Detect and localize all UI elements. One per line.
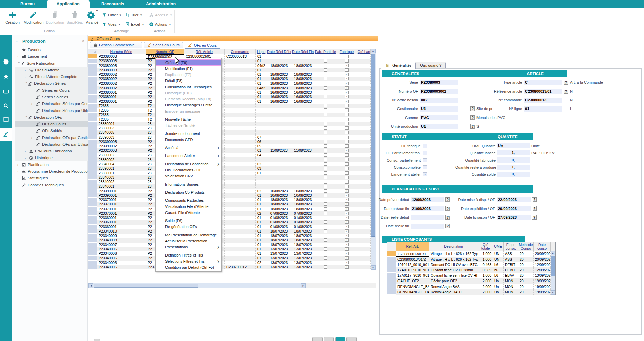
cell-date-reel-debut[interactable] [267,108,291,113]
cell-ligne[interactable]: 04d2 [256,86,267,90]
fab-partielle-checkbox[interactable] [324,256,327,260]
cell-numero-serie[interactable]: 23340001 [97,184,146,189]
cell-etape-conso[interactable]: MON [504,284,518,289]
tree-item[interactable]: ›Statistiques [15,175,88,181]
row-selector[interactable] [88,251,97,256]
cell-commande[interactable] [225,166,256,171]
cell-etape-conso[interactable]: MON [504,278,518,284]
cell-ligne[interactable]: 01 [256,148,267,153]
cell-qte-lancee[interactable] [357,153,371,157]
cell-numero-serie[interactable]: T2335 [97,117,146,122]
row-selector[interactable] [88,108,97,113]
cell-qte-lancee[interactable] [357,207,371,211]
ribbon-button[interactable]: Création [3,9,22,24]
help-button[interactable]: ? [532,197,537,202]
cell-designation[interactable]: Dormant DC HI OV avec BTC [429,262,478,267]
field-value[interactable]: 1, [497,150,530,155]
row-selector[interactable] [88,234,97,238]
cell-qte-lancee[interactable] [357,202,371,206]
column-header-date-reel-debut[interactable]: Date Réel Début [267,49,291,54]
cell-designation[interactable]: Gâche pour OF2 [429,278,478,284]
row-selector[interactable] [88,265,97,269]
field-value[interactable]: 01 [524,106,562,112]
cell-date-reel-fin[interactable] [291,144,315,148]
cell-methode-conso[interactable]: 20 [518,284,534,289]
table-row[interactable]: 23390003 23 07 [88,135,376,140]
cell-date-reel-debut[interactable]: 18/07/2023 [267,229,291,234]
table-row[interactable]: P23380002 P2 01 18/08/2023 18/08/2023 [88,72,376,77]
cell-qte-lancee[interactable] [357,198,371,202]
row-selector[interactable] [387,267,396,273]
chevron-icon[interactable]: › [31,135,36,141]
cell-date-reel-fin[interactable] [291,126,315,130]
cell-ligne[interactable]: 02 [256,162,267,166]
cell-date-reel-fin[interactable] [291,180,315,184]
cell-qte-lancee[interactable] [357,148,371,153]
cell-qte-lancee[interactable] [357,261,371,265]
row-selector[interactable] [88,171,97,175]
cell-qte-lancee[interactable] [357,171,371,175]
cell-numero-serie[interactable]: P23340009 [97,234,146,238]
cell-date-reel-debut[interactable]: 18/07/2023 [267,243,291,247]
fab-partielle-checkbox[interactable] [324,220,327,224]
fabrique-checkbox[interactable] [345,189,349,193]
cell-numero-serie[interactable]: 23390001 [97,166,146,171]
cell-numero-serie[interactable]: 23340004 [97,162,146,166]
column-header-ref-article[interactable]: Réf. Article [184,49,225,54]
cell-qte-lancee[interactable] [357,229,371,234]
cell-ligne[interactable]: 02 [256,211,267,216]
cell-qte-totale[interactable]: 0,468 [478,262,493,267]
fabrique-checkbox[interactable] [345,100,349,103]
cell-date-reel-fin[interactable]: 18/08/2023 [291,81,315,86]
cell-date-reel-fin[interactable] [291,162,315,166]
row-selector[interactable] [387,284,396,289]
cell-commande[interactable] [225,135,256,140]
cell-date-reel-debut[interactable] [267,113,291,117]
cell-commande[interactable] [225,162,256,166]
row-selector[interactable] [387,257,396,262]
table-row[interactable]: P23360001 P2 01 01/08/2023 01/08/2023 [88,220,376,224]
field-value[interactable]: Un [497,143,530,148]
cell-qte-totale[interactable]: 2,000 [478,289,493,295]
column-header-numero-serie[interactable]: Numéro Série [97,49,146,54]
row-selector[interactable] [88,77,97,81]
fabrique-checkbox[interactable] [345,77,349,80]
composant-row[interactable]: GACHE_OF2 Gâche pour OF2 2,000 Un MON 20… [387,278,555,284]
fabrique-checkbox[interactable] [345,144,349,148]
fabrique-checkbox[interactable] [345,73,349,76]
cell-commande[interactable] [225,90,256,95]
cell-date-reel-debut[interactable] [267,175,291,180]
cell-commande[interactable] [225,261,256,265]
row-selector[interactable] [88,153,97,157]
cell-designation[interactable]: Ouvrant fiche OV HI 28mm [429,267,478,273]
fab-partielle-checkbox[interactable] [324,104,327,107]
cell-date-reel-debut[interactable]: 18/08/2023 [267,77,291,81]
context-menu-item[interactable]: Eléments Récents (Maj+F8) [156,96,221,102]
context-menu-item[interactable]: Présentations [156,244,221,250]
cell-commande[interactable] [225,104,256,108]
cell-date-reel-fin[interactable]: 18/08/2023 [291,86,315,90]
cell-numero-serie[interactable]: P23380001 [97,90,146,95]
fabrique-checkbox[interactable] [345,256,349,260]
cell-date-reel-debut[interactable]: 10/08/2023 [267,189,291,193]
cell-ligne[interactable]: 01 [256,90,267,95]
tree-item[interactable]: ›Suivi Fabrication [15,60,88,67]
cell-ume[interactable]: b6 [493,262,504,267]
cell-commande[interactable] [225,189,256,193]
cell-date-reel-fin[interactable]: 18/08/2023 [291,72,315,77]
cell-commande[interactable] [225,220,256,224]
cell-ligne[interactable]: 01 [256,54,267,59]
cell-date-reel-debut[interactable] [267,117,291,122]
chevron-icon[interactable]: › [17,175,22,181]
context-menu-item[interactable]: Déclaration Co-Produits [156,189,221,195]
cell-date-reel-debut[interactable]: 13/07/2023 [267,265,291,269]
scrollbar-thumb[interactable] [371,54,375,237]
cell-date-reel-debut[interactable]: 01/08/2023 [267,225,291,229]
fab-partielle-checkbox[interactable] [324,216,327,219]
field-value[interactable]: U1 [420,106,458,112]
context-menu-item[interactable]: Nouvelle Tâche [156,116,221,122]
scrollbar-thumb[interactable] [94,284,198,288]
row-selector[interactable] [88,207,97,211]
cell-date-reel-debut[interactable]: 18/08/2023 [267,207,291,211]
cell-date-reel-debut[interactable]: 18/08/2023 [267,64,291,68]
